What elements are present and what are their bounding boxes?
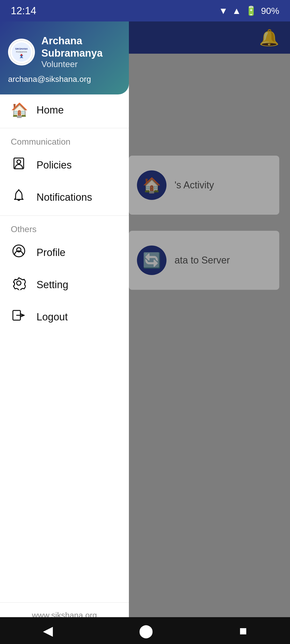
drawer-user-info: Archana Subramanya Volunteer <box>41 35 121 69</box>
home-label: Home <box>37 104 64 116</box>
notifications-icon <box>11 189 27 206</box>
bottom-nav-bar: ◀ ⬤ ■ <box>0 617 290 644</box>
status-time: 12:14 <box>11 5 36 17</box>
menu-item-logout[interactable]: Logout <box>0 301 129 333</box>
drawer-role: Volunteer <box>41 59 121 69</box>
battery-level: 90% <box>261 6 279 16</box>
menu-item-setting[interactable]: Setting <box>0 269 129 301</box>
navigation-drawer: SIKSHANA FOUNDATION Archana Subramanya V… <box>0 21 129 628</box>
policies-icon <box>11 156 27 174</box>
drawer-username: Archana Subramanya <box>41 35 121 59</box>
recents-button[interactable]: ■ <box>231 621 255 641</box>
svg-point-11 <box>17 160 21 164</box>
setting-label: Setting <box>37 279 68 291</box>
home-button[interactable]: ⬤ <box>131 620 161 641</box>
logout-icon <box>11 308 27 325</box>
drawer-email: archana@sikshana.org <box>8 75 91 83</box>
profile-icon <box>11 244 27 261</box>
menu-item-profile[interactable]: Profile <box>0 236 129 269</box>
drawer-menu: 🏠 Home Communication Policies <box>0 94 129 602</box>
divider-1 <box>0 128 129 128</box>
svg-point-15 <box>17 281 21 285</box>
section-others: Others <box>0 218 129 236</box>
avatar: SIKSHANA FOUNDATION <box>8 39 35 65</box>
status-bar: 12:14 ▼ ▲ 🔋 90% <box>0 0 290 21</box>
logout-label: Logout <box>37 311 68 323</box>
divider-2 <box>0 215 129 216</box>
svg-text:FOUNDATION: FOUNDATION <box>16 51 27 53</box>
section-communication: Communication <box>0 130 129 149</box>
wifi-icon: ▼ <box>219 6 228 16</box>
drawer-user-row: SIKSHANA FOUNDATION Archana Subramanya V… <box>8 35 121 69</box>
policies-label: Policies <box>37 159 72 171</box>
profile-label: Profile <box>37 247 66 258</box>
status-icons: ▼ ▲ 🔋 90% <box>219 5 279 16</box>
menu-item-policies[interactable]: Policies <box>0 149 129 181</box>
menu-item-home[interactable]: 🏠 Home <box>0 94 129 126</box>
menu-item-notifications[interactable]: Notifications <box>0 181 129 213</box>
home-icon: 🏠 <box>11 102 27 118</box>
notifications-label: Notifications <box>37 192 92 203</box>
signal-icon: ▲ <box>232 6 241 16</box>
back-button[interactable]: ◀ <box>35 620 61 641</box>
battery-icon: 🔋 <box>245 5 257 16</box>
svg-text:SIKSHANA: SIKSHANA <box>15 47 28 50</box>
setting-icon <box>11 276 27 293</box>
drawer-header: SIKSHANA FOUNDATION Archana Subramanya V… <box>0 21 129 94</box>
